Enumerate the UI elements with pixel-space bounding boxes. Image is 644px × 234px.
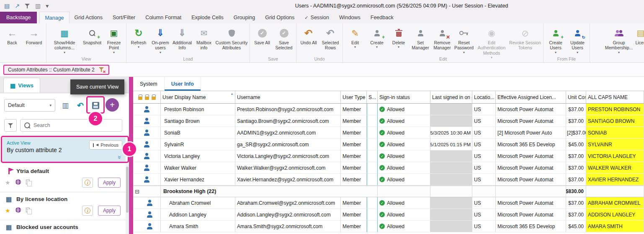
user-row[interactable]: Addison LangleyAddison.Langley@sygx2.onm… [133, 209, 644, 221]
user-row[interactable]: Abraham CromwelAbraham.Cromwel@sygx2.onm… [133, 197, 644, 209]
ribbon-tab-grid-options[interactable]: Grid Options [260, 12, 299, 23]
cell-last-signed-in[interactable] [430, 115, 472, 127]
cell-user-type[interactable]: Member [341, 174, 367, 186]
user-row[interactable]: Santiago BrownSantiago.Brown@sygx2.onmic… [133, 115, 644, 127]
cell-location[interactable]: US [472, 174, 496, 186]
column-header-unit-cos[interactable]: Unit Cos... [566, 91, 586, 104]
refresh-button[interactable]: ↻Refresh▾ [128, 25, 149, 49]
snapshot-button[interactable]: +Snapshot [81, 25, 103, 45]
cell-unit-cost[interactable]: [2]$37.00;$ [566, 127, 586, 139]
cell-all-caps-name[interactable]: XAVIER HERNANDEZ [586, 174, 644, 186]
user-row[interactable]: Victoria LangleyVictoria.Langley@sygx2.o… [133, 150, 644, 162]
custom-security-attributes-button[interactable]: Custom Security Attributes [215, 25, 248, 51]
backstage-button[interactable]: Backstage [0, 12, 37, 23]
selected-rows-button[interactable]: ↶Selected Rows [319, 25, 341, 51]
cell-location[interactable]: US [472, 150, 496, 162]
cell-username[interactable]: Preston.Robinson@sygx2.onmicrosoft.com [235, 104, 341, 115]
column-header-user-type[interactable]: User Type [341, 91, 367, 104]
user-row[interactable]: SylvainRga_SR@sygx2.onmicrosoft.comMembe… [133, 139, 644, 150]
apply-view-button[interactable]: Apply [98, 178, 121, 188]
mailbox-info-button[interactable]: ✉Mailbox info [193, 25, 215, 51]
forward-button[interactable]: →Forward [23, 25, 45, 45]
column-header-last-signed-in-on[interactable]: Last signed in on - ... [430, 91, 472, 104]
cell-last-signed-in[interactable] [430, 209, 472, 221]
cell-sync[interactable] [367, 104, 378, 115]
grid-tab-user-info[interactable]: User Info [165, 77, 201, 91]
search-input[interactable] [33, 122, 118, 128]
favorite-star-icon[interactable]: ★ [5, 180, 10, 186]
menu-icon[interactable]: ▾ [46, 3, 49, 9]
cell-all-caps-name[interactable]: SANTIAGO BROWN [586, 115, 644, 127]
expand-chevron-icon[interactable]: » [116, 155, 123, 159]
cell-all-caps-name[interactable]: ADDISON LANGLEY [586, 209, 644, 221]
ribbon-tab-windows[interactable]: Windows [334, 12, 366, 23]
cell-username[interactable]: Walker.Walker@sygx2.onmicrosoft.com [235, 162, 341, 174]
save-all-button[interactable]: ✓Save All [251, 25, 273, 45]
user-icon-cell[interactable] [133, 150, 161, 162]
export-icon[interactable]: ▤ [4, 3, 10, 9]
cell-last-signed-in[interactable] [430, 174, 472, 186]
cell-all-caps-name[interactable]: WALKER WALKER [586, 162, 644, 174]
cell-location[interactable]: US [472, 104, 496, 115]
user-row[interactable]: Walker WalkerWalker.Walker@sygx2.onmicro… [133, 162, 644, 174]
ribbon-tab-session[interactable]: ✓Session [299, 12, 334, 23]
user-row[interactable]: Amara SmithAmara.Smith@sygx2.onmicrosoft… [133, 221, 644, 232]
cell-location[interactable]: US [472, 197, 496, 209]
cell-sync[interactable] [367, 150, 378, 162]
view-preset-select[interactable]: Default ▾ [4, 99, 55, 112]
view-list-item[interactable]: ▦Blocked user accounts [0, 220, 126, 234]
remove-manager-button[interactable]: ✕Remove Manager [431, 25, 453, 51]
cell-signin-status[interactable]: ✓Allowed [378, 139, 430, 150]
cell-license[interactable]: Microsoft 365 E5 Develop [496, 139, 566, 150]
cell-username[interactable]: Xavier.Hernandez@sygx2.onmicrosoft.com [235, 174, 341, 186]
ribbon-tab-feedback[interactable]: Feedback [366, 12, 399, 23]
edit-authentication-methods-button[interactable]: ◉Edit Authentication Methods▾ [475, 25, 508, 59]
cell-license[interactable]: Microsoft Power Automat [496, 104, 566, 115]
cell-all-caps-name[interactable]: SYLVAINR [586, 139, 644, 150]
cell-user-type[interactable]: Member [341, 115, 367, 127]
ribbon-tab-grid-actions[interactable]: Grid Actions [70, 12, 108, 23]
cell-username[interactable]: Santiago.Brown@sygx2.onmicrosoft.com [235, 115, 341, 127]
cell-username[interactable]: AADMIN1@sygx2.onmicrosoft.com [235, 127, 341, 139]
create-button[interactable]: +Create▾ [366, 25, 388, 49]
cell-location[interactable]: US [472, 221, 496, 232]
cell-username[interactable]: Victoria.Langley@sygx2.onmicrosoft.com [235, 150, 341, 162]
column-header-user-display-name[interactable]: User Display Name▲ [161, 91, 235, 104]
cell-display-name[interactable]: Santiago Brown [161, 115, 235, 127]
column-header-locatio[interactable]: Locatio... [472, 91, 496, 104]
on-prem-users-button[interactable]: ⇓On-prem users▾ [149, 25, 171, 54]
cell-display-name[interactable]: Abraham Cromwel [161, 197, 235, 209]
revoke-session-tokens-button[interactable]: ⊘Revoke Session Tokens [508, 25, 542, 51]
delete-button[interactable]: Delete▾ [388, 25, 410, 49]
user-row[interactable]: Xavier HernandezXavier.Hernandez@sygx2.o… [133, 174, 644, 186]
cell-location[interactable]: US [472, 139, 496, 150]
cell-username[interactable]: ga_SR@sygx2.onmicrosoft.com [235, 139, 341, 150]
licen-button[interactable]: ▤Licen [630, 25, 644, 45]
cell-username[interactable]: Amara.Smith@sygx2.onmicrosoft.com [235, 221, 341, 232]
reset-view-button[interactable]: ↶ [75, 100, 86, 111]
active-view-panel[interactable]: Active View By custom attribute 2 ◀ Prev… [3, 137, 126, 162]
grid-tab-system[interactable]: System [133, 77, 165, 91]
save-view-button[interactable] [90, 100, 101, 111]
scrollbar-thumb[interactable] [126, 167, 129, 213]
cell-unit-cost[interactable]: $37.00 [566, 162, 586, 174]
cell-signin-status[interactable]: ✓Allowed [378, 104, 430, 115]
cell-user-type[interactable]: Member [341, 197, 367, 209]
cell-sync[interactable] [367, 127, 378, 139]
collapse-group-icon[interactable]: ⊟ [135, 189, 139, 194]
user-icon-cell[interactable] [133, 209, 161, 221]
cell-sync[interactable] [367, 209, 378, 221]
cell-license[interactable]: Microsoft Power Automat [496, 150, 566, 162]
active-filter-chip[interactable]: Custom Attributes :: Custom Attribute 2 … [3, 65, 109, 75]
save-selected-button[interactable]: ✓Save Selected [273, 25, 295, 51]
cell-sync[interactable] [367, 174, 378, 186]
cell-location[interactable]: US [472, 209, 496, 221]
user-icon-cell[interactable] [133, 162, 161, 174]
user-icon-cell[interactable] [133, 221, 161, 232]
cell-signin-status[interactable]: ✓Allowed [378, 115, 430, 127]
cell-user-type[interactable]: Member [341, 150, 367, 162]
cell-location[interactable]: US [472, 162, 496, 174]
back-button[interactable]: ←Back [1, 25, 23, 45]
cell-display-name[interactable]: Amara Smith [161, 221, 235, 232]
cell-last-signed-in[interactable] [430, 150, 472, 162]
